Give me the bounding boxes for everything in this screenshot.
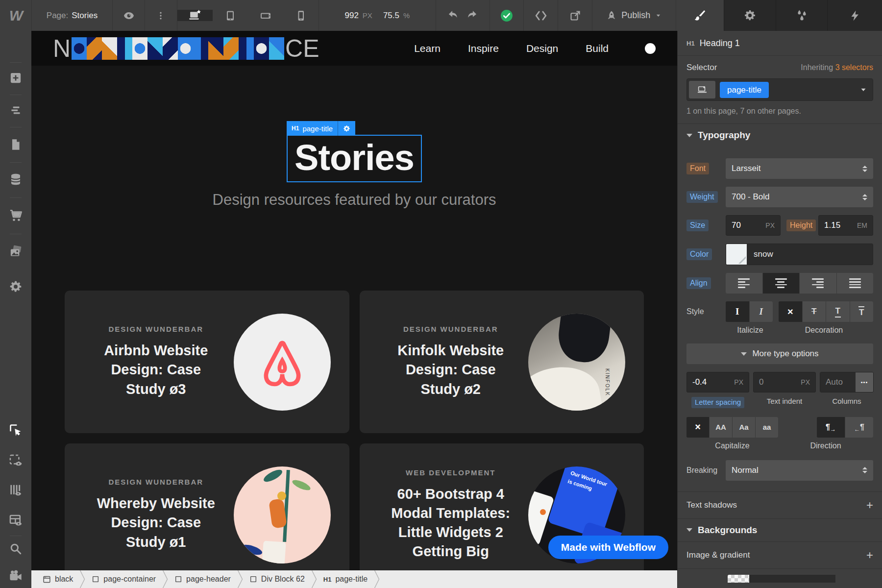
- webflow-logo[interactable]: W: [0, 0, 31, 31]
- redo-button[interactable]: [466, 10, 478, 21]
- backgrounds-section-header[interactable]: Backgrounds: [678, 519, 882, 542]
- selector-dropdown-button[interactable]: [859, 85, 868, 94]
- breaking-select[interactable]: Normal: [726, 460, 873, 481]
- font-label[interactable]: Font: [686, 163, 709, 174]
- direction-rtl-button[interactable]: ←¶: [845, 417, 873, 438]
- cms-button[interactable]: [9, 173, 23, 186]
- card-title[interactable]: Kinfolk Website Design: Case Study ø2: [391, 341, 511, 398]
- nav-link-inspire[interactable]: Inspire: [468, 43, 499, 54]
- typography-section-header[interactable]: Typography: [678, 124, 882, 147]
- site-logo[interactable]: N CE: [53, 37, 319, 60]
- columns-options-button[interactable]: •••: [856, 372, 873, 392]
- made-with-webflow-badge[interactable]: Made with Webflow: [548, 536, 668, 559]
- weight-label[interactable]: Weight: [686, 191, 718, 203]
- more-menu-button[interactable]: [145, 0, 177, 31]
- capitalize-lowercase-button[interactable]: aa: [756, 417, 778, 438]
- interactions-panel-tab[interactable]: [827, 0, 882, 31]
- inheriting-count[interactable]: 3 selectors: [835, 63, 873, 72]
- style-panel-tab[interactable]: [676, 0, 724, 31]
- decoration-none-button[interactable]: ×: [779, 301, 802, 322]
- undo-button[interactable]: [447, 10, 459, 21]
- color-swatch[interactable]: [726, 244, 747, 265]
- breadcrumb-item-page-title[interactable]: H1 page-title: [317, 570, 374, 588]
- story-card-kinfolk[interactable]: DESIGN WUNDERBAR Kinfolk Website Design:…: [360, 291, 644, 433]
- line-height-input[interactable]: 1.15 EM: [818, 215, 873, 236]
- decoration-overline-button[interactable]: T: [850, 301, 874, 322]
- story-card-whereby[interactable]: DESIGN WUNDERBAR Whereby Website Design:…: [65, 443, 349, 586]
- more-type-options-button[interactable]: More type options: [686, 343, 873, 364]
- settings-panel-tab[interactable]: [724, 0, 776, 31]
- pages-button[interactable]: [9, 138, 22, 151]
- text-indent-input[interactable]: 0 PX: [753, 372, 816, 392]
- breadcrumb-item-div-block[interactable]: Div Block 62: [243, 570, 311, 588]
- selector-input[interactable]: page-title: [686, 78, 873, 101]
- page-title-heading[interactable]: Stories: [294, 137, 414, 178]
- breakpoint-indicator-button[interactable]: [689, 81, 715, 98]
- breakpoint-desktop-button[interactable]: [177, 10, 213, 21]
- navigator-button[interactable]: [9, 104, 22, 117]
- theme-toggle-dot[interactable]: [645, 43, 656, 54]
- add-text-shadow-button[interactable]: +: [866, 499, 873, 511]
- xray-toggle[interactable]: [9, 514, 23, 527]
- nav-link-learn[interactable]: Learn: [414, 43, 441, 54]
- selection-badge[interactable]: H1 page-title: [287, 121, 355, 136]
- font-weight-select[interactable]: 700 - Bold: [726, 187, 873, 207]
- font-color-input[interactable]: snow: [726, 244, 873, 265]
- background-color-input-partial[interactable]: [728, 575, 882, 583]
- font-size-input[interactable]: 70 PX: [726, 215, 781, 236]
- nav-link-build[interactable]: Build: [586, 43, 609, 54]
- class-pill[interactable]: page-title: [720, 82, 769, 98]
- add-background-image-button[interactable]: +: [866, 549, 873, 561]
- page-subtitle[interactable]: Design resources featured by our curator…: [31, 191, 677, 209]
- decoration-underline-button[interactable]: T: [826, 301, 850, 322]
- share-button[interactable]: [558, 0, 592, 31]
- align-justify-button[interactable]: [837, 273, 874, 294]
- story-card-bootstrap[interactable]: WEB DEVELOPMENT 60+ Bootstrap 4 Modal Te…: [360, 443, 644, 586]
- size-label[interactable]: Size: [686, 220, 709, 231]
- columns-input[interactable]: Auto •••: [820, 372, 874, 392]
- selection-settings-button[interactable]: [338, 121, 355, 136]
- select-tool-button[interactable]: [9, 423, 23, 437]
- align-center-button[interactable]: [763, 273, 800, 294]
- decoration-strikethrough-button[interactable]: T: [803, 301, 826, 322]
- breadcrumb-item-page-header[interactable]: page-header: [168, 570, 237, 588]
- direction-ltr-button[interactable]: ¶→: [817, 417, 845, 438]
- page-menu[interactable]: Page: Stories: [31, 0, 112, 31]
- font-family-select[interactable]: Larsseit: [726, 158, 873, 179]
- save-status-button[interactable]: [490, 0, 524, 31]
- guides-toggle[interactable]: [9, 484, 23, 497]
- capitalize-capitalize-button[interactable]: Aa: [733, 417, 755, 438]
- style-normal-button[interactable]: I: [726, 301, 749, 322]
- letter-spacing-label[interactable]: Letter spacing: [691, 397, 744, 408]
- edit-mode-toggle[interactable]: [9, 454, 23, 467]
- ecommerce-button[interactable]: [9, 209, 23, 222]
- breadcrumb-item-page-container[interactable]: page-container: [85, 570, 162, 588]
- site-navbar[interactable]: N CE Learn Inspire Design Build: [31, 31, 677, 66]
- align-label[interactable]: Align: [686, 277, 711, 289]
- nav-link-design[interactable]: Design: [526, 43, 558, 54]
- card-title[interactable]: 60+ Bootstrap 4 Modal Templates: Little …: [391, 485, 511, 562]
- card-title[interactable]: Airbnb Website Design: Case Study ø3: [96, 341, 216, 398]
- align-left-button[interactable]: [726, 273, 762, 294]
- selected-element-outline[interactable]: H1 page-title Stories: [287, 135, 422, 182]
- project-settings-button[interactable]: [9, 280, 23, 294]
- card-title[interactable]: Whereby Website Design: Case Study ø1: [96, 494, 216, 551]
- publish-button[interactable]: Publish: [592, 0, 676, 31]
- style-manager-panel-tab[interactable]: [776, 0, 828, 31]
- video-tutorials-button[interactable]: [9, 569, 23, 583]
- style-italic-button[interactable]: I: [750, 301, 773, 322]
- canvas-zoom-value[interactable]: 75.5: [383, 11, 399, 21]
- letter-spacing-input[interactable]: -0.4 PX: [686, 372, 749, 392]
- add-elements-button[interactable]: [9, 72, 23, 85]
- breakpoint-phone-portrait-button[interactable]: [283, 10, 318, 22]
- canvas-width-value[interactable]: 992: [344, 11, 358, 21]
- breadcrumb-item-body[interactable]: black: [36, 570, 79, 588]
- align-right-button[interactable]: [800, 273, 836, 294]
- story-card-airbnb[interactable]: DESIGN WUNDERBAR Airbnb Website Design: …: [65, 291, 349, 433]
- height-label[interactable]: Height: [786, 220, 816, 231]
- capitalize-none-button[interactable]: ×: [686, 417, 709, 438]
- finder-button[interactable]: [9, 542, 22, 555]
- assets-button[interactable]: [9, 245, 23, 258]
- capitalize-uppercase-button[interactable]: AA: [710, 417, 732, 438]
- preview-button[interactable]: [112, 0, 145, 31]
